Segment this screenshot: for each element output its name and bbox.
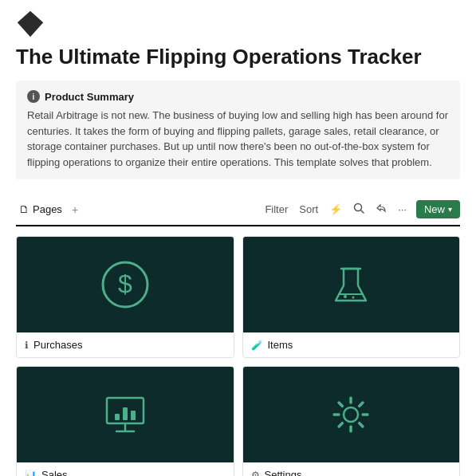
card-sales-label: 📊 Sales (17, 462, 234, 476)
card-sales[interactable]: 📊 Sales (16, 366, 234, 476)
svg-rect-11 (115, 414, 120, 420)
card-sales-image (17, 367, 234, 462)
toolbar-left: 🗋 Pages + (16, 202, 263, 217)
lightning-button[interactable]: ⚡ (328, 202, 344, 217)
card-purchases-image: $ (17, 237, 234, 332)
filter-button[interactable]: Filter (263, 202, 289, 217)
dollar-circle-icon: $ (97, 257, 153, 313)
card-items-label: 🧪 Items (243, 332, 460, 357)
search-icon (353, 203, 364, 214)
svg-rect-13 (131, 411, 136, 420)
cards-grid: $ ℹ Purchases 🧪 Items (16, 236, 460, 476)
svg-marker-0 (18, 11, 43, 37)
more-button[interactable]: ··· (396, 202, 408, 217)
new-button[interactable]: New ▾ (416, 200, 460, 218)
sort-button[interactable]: Sort (297, 202, 320, 217)
svg-line-2 (361, 210, 364, 214)
page-title: The Ultimate Flipping Operations Tracker (16, 45, 460, 69)
share-button[interactable] (374, 201, 388, 218)
purchases-label-icon: ℹ (25, 340, 29, 351)
page-content: The Ultimate Flipping Operations Tracker… (0, 45, 476, 476)
svg-rect-12 (123, 407, 128, 420)
gear-icon (323, 387, 379, 443)
share-icon (376, 203, 387, 214)
info-box: i Product Summary Retail Arbitrage is no… (16, 81, 460, 179)
chart-presentation-icon (97, 387, 153, 443)
info-icon: i (27, 90, 40, 103)
new-button-arrow: ▾ (448, 205, 452, 214)
new-button-label: New (424, 203, 445, 215)
card-purchases-label: ℹ Purchases (17, 332, 234, 357)
sales-label-icon: 📊 (25, 470, 37, 476)
card-settings[interactable]: ⚙ Settings (242, 366, 461, 476)
items-label-text: Items (268, 339, 293, 351)
items-label-icon: 🧪 (251, 340, 263, 351)
svg-point-7 (352, 297, 355, 299)
card-items-image (243, 237, 460, 332)
diamond-icon (16, 10, 45, 38)
svg-point-6 (344, 295, 347, 298)
settings-label-icon: ⚙ (251, 470, 260, 476)
pages-tab-icon: 🗋 (19, 203, 30, 215)
card-purchases[interactable]: $ ℹ Purchases (16, 236, 234, 358)
toolbar-right: Filter Sort ⚡ ··· New ▾ (263, 200, 460, 218)
card-settings-label: ⚙ Settings (243, 462, 460, 476)
add-page-button[interactable]: + (69, 203, 81, 216)
sales-label-text: Sales (41, 469, 68, 476)
info-box-title: Product Summary (45, 91, 134, 103)
card-items[interactable]: 🧪 Items (242, 236, 461, 358)
info-box-text: Retail Arbitrage is not new. The busines… (27, 108, 449, 170)
purchases-label-text: Purchases (33, 339, 82, 351)
top-bar (0, 0, 476, 45)
search-button[interactable] (352, 201, 366, 218)
svg-point-14 (344, 407, 358, 422)
svg-text:$: $ (118, 269, 132, 298)
toolbar: 🗋 Pages + Filter Sort ⚡ ··· New (16, 194, 460, 226)
flask-icon (323, 257, 379, 313)
card-settings-image (243, 367, 460, 462)
info-box-header: i Product Summary (27, 90, 449, 103)
settings-label-text: Settings (265, 469, 302, 476)
pages-tab[interactable]: 🗋 Pages (16, 202, 65, 217)
pages-tab-label: Pages (33, 203, 62, 215)
